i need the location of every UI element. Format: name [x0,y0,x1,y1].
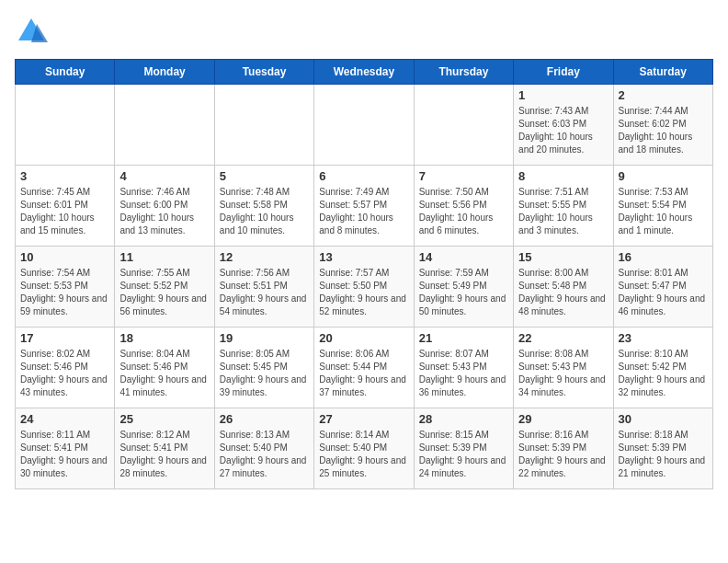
calendar-cell: 4Sunrise: 7:46 AM Sunset: 6:00 PM Daylig… [115,166,214,247]
day-number: 13 [319,250,408,264]
calendar-cell: 19Sunrise: 8:05 AM Sunset: 5:45 PM Dayli… [214,327,313,408]
cell-details: Sunrise: 7:56 AM Sunset: 5:51 PM Dayligh… [220,267,309,318]
cell-details: Sunrise: 8:16 AM Sunset: 5:39 PM Dayligh… [518,429,608,480]
calendar-cell: 23Sunrise: 8:10 AM Sunset: 5:42 PM Dayli… [613,327,712,408]
day-number: 2 [619,88,708,102]
cell-details: Sunrise: 7:43 AM Sunset: 6:03 PM Dayligh… [518,105,608,156]
day-number: 10 [20,250,109,264]
calendar-week-4: 17Sunrise: 8:02 AM Sunset: 5:46 PM Dayli… [16,327,713,408]
calendar-cell: 16Sunrise: 8:01 AM Sunset: 5:47 PM Dayli… [613,247,712,327]
calendar-week-2: 3Sunrise: 7:45 AM Sunset: 6:01 PM Daylig… [16,166,713,247]
day-number: 5 [220,169,309,183]
cell-details: Sunrise: 7:55 AM Sunset: 5:52 PM Dayligh… [119,267,209,318]
calendar-cell: 6Sunrise: 7:49 AM Sunset: 5:57 PM Daylig… [314,166,414,247]
cell-details: Sunrise: 7:49 AM Sunset: 5:57 PM Dayligh… [319,186,408,237]
cell-details: Sunrise: 8:01 AM Sunset: 5:47 PM Dayligh… [619,267,708,318]
calendar-cell [214,85,313,166]
calendar-cell: 1Sunrise: 7:43 AM Sunset: 6:03 PM Daylig… [514,85,613,166]
cell-details: Sunrise: 8:14 AM Sunset: 5:40 PM Dayligh… [319,429,408,480]
calendar-cell: 18Sunrise: 8:04 AM Sunset: 5:46 PM Dayli… [115,327,214,408]
calendar-cell: 20Sunrise: 8:06 AM Sunset: 5:44 PM Dayli… [314,327,414,408]
day-number: 19 [220,331,309,345]
cell-details: Sunrise: 8:07 AM Sunset: 5:43 PM Dayligh… [419,348,508,399]
cell-details: Sunrise: 7:48 AM Sunset: 5:58 PM Dayligh… [220,186,309,237]
day-number: 17 [20,331,109,345]
calendar-cell: 27Sunrise: 8:14 AM Sunset: 5:40 PM Dayli… [314,408,414,489]
cell-details: Sunrise: 7:51 AM Sunset: 5:55 PM Dayligh… [518,186,608,237]
cell-details: Sunrise: 8:08 AM Sunset: 5:43 PM Dayligh… [518,348,608,399]
calendar-cell: 24Sunrise: 8:11 AM Sunset: 5:41 PM Dayli… [16,408,115,489]
calendar-body: 1Sunrise: 7:43 AM Sunset: 6:03 PM Daylig… [16,85,713,489]
day-number: 23 [619,331,708,345]
calendar-cell: 14Sunrise: 7:59 AM Sunset: 5:49 PM Dayli… [414,247,513,327]
calendar-cell: 11Sunrise: 7:55 AM Sunset: 5:52 PM Dayli… [115,247,214,327]
day-number: 29 [518,412,608,426]
calendar-week-1: 1Sunrise: 7:43 AM Sunset: 6:03 PM Daylig… [16,85,713,166]
day-number: 28 [419,412,508,426]
logo-icon [15,15,48,48]
calendar-cell: 9Sunrise: 7:53 AM Sunset: 5:54 PM Daylig… [613,166,712,247]
day-number: 6 [319,169,408,183]
calendar-cell [314,85,414,166]
day-header-tuesday: Tuesday [214,60,313,85]
day-number: 11 [119,250,209,264]
cell-details: Sunrise: 8:18 AM Sunset: 5:39 PM Dayligh… [619,429,708,480]
calendar-cell: 15Sunrise: 8:00 AM Sunset: 5:48 PM Dayli… [514,247,613,327]
day-number: 4 [119,169,209,183]
day-number: 22 [518,331,608,345]
cell-details: Sunrise: 7:54 AM Sunset: 5:53 PM Dayligh… [20,267,109,318]
day-header-wednesday: Wednesday [314,60,414,85]
logo [15,15,53,48]
cell-details: Sunrise: 8:13 AM Sunset: 5:40 PM Dayligh… [220,429,309,480]
calendar-cell [16,85,115,166]
calendar-header-row: SundayMondayTuesdayWednesdayThursdayFrid… [16,60,713,85]
day-number: 21 [419,331,508,345]
cell-details: Sunrise: 8:06 AM Sunset: 5:44 PM Dayligh… [319,348,408,399]
calendar-cell: 7Sunrise: 7:50 AM Sunset: 5:56 PM Daylig… [414,166,513,247]
day-number: 15 [518,250,608,264]
cell-details: Sunrise: 7:46 AM Sunset: 6:00 PM Dayligh… [119,186,209,237]
cell-details: Sunrise: 7:50 AM Sunset: 5:56 PM Dayligh… [419,186,508,237]
day-number: 24 [20,412,109,426]
day-number: 18 [119,331,209,345]
day-number: 26 [220,412,309,426]
day-number: 30 [619,412,708,426]
calendar-cell: 2Sunrise: 7:44 AM Sunset: 6:02 PM Daylig… [613,85,712,166]
day-number: 3 [20,169,109,183]
cell-details: Sunrise: 7:53 AM Sunset: 5:54 PM Dayligh… [619,186,708,237]
cell-details: Sunrise: 7:44 AM Sunset: 6:02 PM Dayligh… [619,105,708,156]
cell-details: Sunrise: 8:10 AM Sunset: 5:42 PM Dayligh… [619,348,708,399]
calendar-cell: 8Sunrise: 7:51 AM Sunset: 5:55 PM Daylig… [514,166,613,247]
cell-details: Sunrise: 8:12 AM Sunset: 5:41 PM Dayligh… [119,429,209,480]
calendar-cell: 25Sunrise: 8:12 AM Sunset: 5:41 PM Dayli… [115,408,214,489]
day-number: 8 [518,169,608,183]
calendar-cell: 30Sunrise: 8:18 AM Sunset: 5:39 PM Dayli… [613,408,712,489]
cell-details: Sunrise: 8:15 AM Sunset: 5:39 PM Dayligh… [419,429,508,480]
day-header-friday: Friday [514,60,613,85]
page-header [15,15,713,48]
calendar-cell: 12Sunrise: 7:56 AM Sunset: 5:51 PM Dayli… [214,247,313,327]
cell-details: Sunrise: 7:57 AM Sunset: 5:50 PM Dayligh… [319,267,408,318]
calendar-cell: 3Sunrise: 7:45 AM Sunset: 6:01 PM Daylig… [16,166,115,247]
calendar-cell: 22Sunrise: 8:08 AM Sunset: 5:43 PM Dayli… [514,327,613,408]
calendar-cell: 28Sunrise: 8:15 AM Sunset: 5:39 PM Dayli… [414,408,513,489]
calendar-cell [414,85,513,166]
cell-details: Sunrise: 8:02 AM Sunset: 5:46 PM Dayligh… [20,348,109,399]
cell-details: Sunrise: 8:04 AM Sunset: 5:46 PM Dayligh… [119,348,209,399]
day-number: 9 [619,169,708,183]
day-number: 20 [319,331,408,345]
calendar-cell: 5Sunrise: 7:48 AM Sunset: 5:58 PM Daylig… [214,166,313,247]
day-number: 14 [419,250,508,264]
day-number: 25 [119,412,209,426]
calendar-cell: 26Sunrise: 8:13 AM Sunset: 5:40 PM Dayli… [214,408,313,489]
calendar-week-3: 10Sunrise: 7:54 AM Sunset: 5:53 PM Dayli… [16,247,713,327]
day-number: 7 [419,169,508,183]
day-header-thursday: Thursday [414,60,513,85]
day-number: 27 [319,412,408,426]
day-header-monday: Monday [115,60,214,85]
cell-details: Sunrise: 8:05 AM Sunset: 5:45 PM Dayligh… [220,348,309,399]
calendar-week-5: 24Sunrise: 8:11 AM Sunset: 5:41 PM Dayli… [16,408,713,489]
day-number: 16 [619,250,708,264]
calendar-cell: 13Sunrise: 7:57 AM Sunset: 5:50 PM Dayli… [314,247,414,327]
calendar-cell: 17Sunrise: 8:02 AM Sunset: 5:46 PM Dayli… [16,327,115,408]
